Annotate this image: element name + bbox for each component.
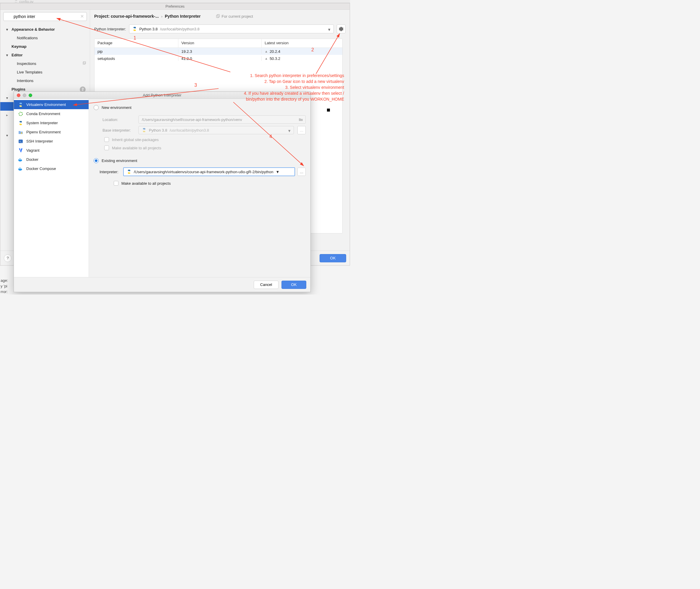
type-ssh[interactable]: >_ SSH Interpreter <box>14 137 89 146</box>
type-system[interactable]: System Interpreter <box>14 118 89 128</box>
chevron-down-icon: ▾ <box>6 27 10 32</box>
sidebar-notifications[interactable]: Notifications <box>0 34 90 42</box>
clear-icon[interactable] <box>80 14 84 19</box>
ssh-icon: >_ <box>18 139 23 144</box>
gear-icon <box>339 27 343 31</box>
cancel-button[interactable]: Cancel <box>254 280 279 289</box>
svg-point-8 <box>19 112 22 116</box>
interpreter-label: Interpreter: <box>100 170 121 174</box>
add-interpreter-dialog: Add Python Interpreter Virtualenv Enviro… <box>14 91 311 292</box>
sidebar-live-templates[interactable]: Live Templates <box>0 68 90 76</box>
radio-existing-environment[interactable]: Existing environment <box>94 157 306 164</box>
type-pipenv[interactable]: Pipenv Environment <box>14 128 89 137</box>
breadcrumb-page: Python Interpreter <box>165 14 200 19</box>
radio-icon <box>94 158 99 163</box>
svg-rect-6 <box>217 15 219 18</box>
python-icon <box>18 121 23 126</box>
existing-interpreter-dropdown[interactable]: /Users/gauravsingh/virtualenvs/course-ap… <box>123 167 295 176</box>
ok-button[interactable]: OK <box>281 280 306 289</box>
sidebar-inspections[interactable]: Inspections <box>0 59 90 68</box>
annotation-number-3: 3 <box>194 82 197 88</box>
type-docker[interactable]: Docker <box>14 155 89 164</box>
svg-rect-7 <box>218 14 220 17</box>
annotation-text: 1. Search python interpreter in preferen… <box>207 72 344 102</box>
copy-icon <box>216 14 220 18</box>
vagrant-icon <box>18 148 23 153</box>
annotation-number-1: 1 <box>134 35 136 41</box>
location-field: /Users/gauravsingh/self/course-api-frame… <box>139 116 306 124</box>
gear-button[interactable] <box>337 24 345 33</box>
col-version[interactable]: Version <box>178 39 262 47</box>
python-icon <box>142 128 146 133</box>
type-docker-compose[interactable]: Docker Compose <box>14 164 89 173</box>
chevron-right-icon: ▸ <box>6 113 10 117</box>
sidebar-appearance[interactable]: ▾ Appearance & Behavior <box>0 25 90 34</box>
svg-rect-4 <box>83 62 85 64</box>
preferences-title: Preferences <box>0 3 350 10</box>
folder-icon <box>18 130 23 134</box>
table-row[interactable]: setuptools 41.2.0 ▲50.3.2 <box>95 55 342 62</box>
annotation-number-4: 4 <box>269 134 272 139</box>
checkbox-inherit: Inherit global site-packages <box>104 136 306 144</box>
console-output: age: y 'pi rror: <box>0 278 8 294</box>
chevron-down-icon: ▾ <box>6 96 10 100</box>
docker-icon <box>18 167 23 171</box>
location-label: Location: <box>103 118 135 122</box>
col-package[interactable]: Package <box>95 39 178 47</box>
sidebar-editor[interactable]: ▾ Editor <box>0 51 90 59</box>
artifact <box>327 109 330 112</box>
base-interpreter-label: Base interpreter: <box>103 128 135 133</box>
annotation-number-2: 2 <box>311 47 314 52</box>
python-icon <box>127 169 131 174</box>
base-interpreter-field: Python 3.8 /usr/local/bin/python3.8 ▼ <box>139 126 294 134</box>
chevron-down-icon: ▼ <box>287 129 291 133</box>
ok-button[interactable]: OK <box>319 254 346 262</box>
dialog-footer: Cancel OK <box>14 277 310 292</box>
type-virtualenv[interactable]: Virtualenv Environment <box>14 100 89 109</box>
conda-icon <box>18 112 23 116</box>
python-icon <box>132 27 137 31</box>
sidebar-intentions[interactable]: Intentions <box>0 76 90 85</box>
checkbox-available-2[interactable]: Make available to all projects <box>114 179 306 187</box>
editor-bg <box>0 0 350 3</box>
interpreter-type-list: Virtualenv Environment Conda Environment… <box>14 99 89 277</box>
browse-button[interactable]: … <box>297 168 306 176</box>
chevron-down-icon: ▾ <box>6 133 10 138</box>
interpreter-label: Python Interpreter: <box>94 27 126 31</box>
chevron-down-icon: ▼ <box>327 27 331 32</box>
chevron-down-icon: ▼ <box>276 170 280 174</box>
svg-text:>_: >_ <box>19 141 22 143</box>
python-icon <box>18 103 23 107</box>
breadcrumb: Project: course-api-framework-... › Pyth… <box>90 10 347 23</box>
upgrade-icon: ▲ <box>265 49 268 53</box>
upgrade-icon: ▲ <box>265 57 268 60</box>
type-conda[interactable]: Conda Environment <box>14 109 89 118</box>
radio-icon <box>94 105 99 110</box>
svg-rect-5 <box>84 61 86 64</box>
interpreter-dropdown[interactable]: Python 3.8 /usr/local/bin/python3.8 ▼ <box>129 24 334 33</box>
chevron-right-icon: › <box>161 14 162 19</box>
checkbox-icon <box>104 137 109 142</box>
table-row[interactable]: pip 19.2.3 ▲20.2.4 <box>95 48 342 55</box>
sidebar-keymap[interactable]: Keymap <box>0 42 90 51</box>
checkbox-available-1: Make available to all projects <box>104 144 306 152</box>
col-latest[interactable]: Latest version <box>262 39 342 47</box>
browse-button: … <box>297 126 306 134</box>
chevron-down-icon: ▾ <box>6 53 10 57</box>
search-input[interactable] <box>3 12 87 21</box>
checkbox-icon <box>104 146 109 150</box>
folder-icon <box>299 118 303 122</box>
checkbox-icon <box>114 181 118 186</box>
for-current-project: For current project <box>216 14 253 19</box>
breadcrumb-project[interactable]: Project: course-api-framework-... <box>94 14 159 19</box>
type-vagrant[interactable]: Vagrant <box>14 146 89 155</box>
copy-icon <box>83 61 86 66</box>
help-button[interactable]: ? <box>4 254 11 262</box>
radio-new-environment[interactable]: New environment <box>94 104 306 111</box>
dialog-main: New environment Location: /Users/gauravs… <box>89 99 310 277</box>
docker-icon <box>18 158 23 162</box>
